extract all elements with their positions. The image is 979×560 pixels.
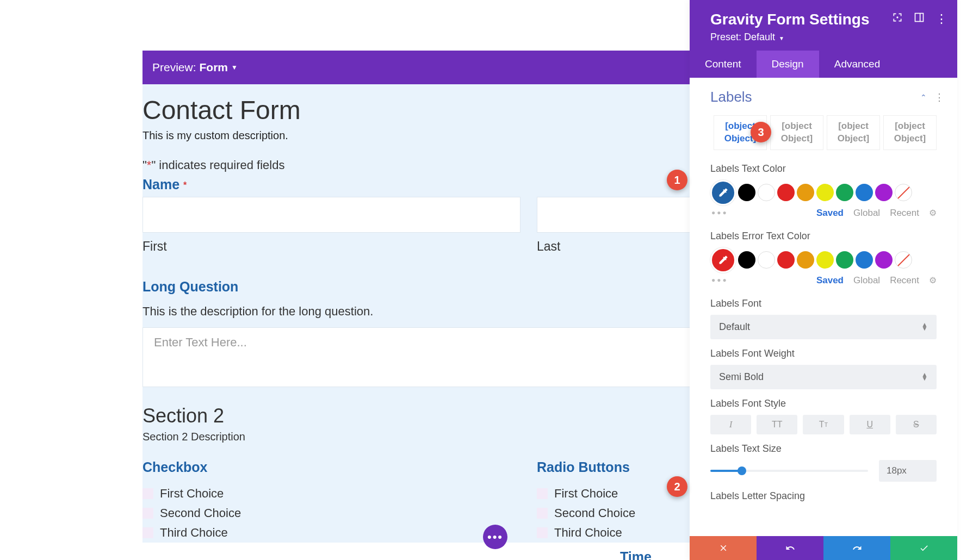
swatch-tab-saved[interactable]: Saved [816, 275, 844, 286]
floating-more-button[interactable]: ••• [483, 525, 507, 549]
gear-icon[interactable]: ⚙ [929, 275, 937, 285]
caret-down-icon: ▼ [779, 35, 784, 41]
svg-rect-1 [915, 14, 924, 22]
time-label: Time [620, 549, 652, 560]
panel-tabs: Content Design Advanced [690, 51, 957, 78]
cancel-button[interactable] [690, 536, 757, 560]
swatch-green[interactable] [836, 184, 853, 201]
style-smallcaps[interactable]: TT [803, 415, 844, 434]
swatch-tab-recent[interactable]: Recent [890, 275, 919, 286]
color-picker-main-error[interactable] [710, 247, 736, 273]
labels-font-select[interactable]: Default ▲▼ [710, 315, 937, 339]
checkbox-icon [142, 488, 153, 499]
swatch-none[interactable] [895, 184, 912, 201]
callout-3: 3 [751, 122, 771, 142]
style-italic[interactable]: I [710, 415, 751, 434]
swatch-blue[interactable] [856, 184, 873, 201]
swatch-green[interactable] [836, 251, 853, 269]
first-name-input[interactable] [142, 197, 521, 233]
swatch-tab-saved[interactable]: Saved [816, 208, 844, 219]
tab-design[interactable]: Design [757, 51, 819, 78]
chevron-up-icon[interactable]: ⌃ [920, 93, 927, 102]
checkbox-item[interactable]: Second Choice [142, 503, 521, 523]
swatch-black[interactable] [738, 251, 755, 269]
more-swatches-icon[interactable]: ●●● [711, 209, 728, 216]
swatch-purple[interactable] [875, 251, 893, 269]
swatch-yellow[interactable] [816, 251, 834, 269]
dots-vertical-icon[interactable]: ⋮ [934, 91, 944, 103]
style-uppercase[interactable]: TT [757, 415, 797, 434]
swatch-orange[interactable] [797, 184, 814, 201]
swatch-yellow[interactable] [816, 184, 834, 201]
labels-style-label: Labels Font Style [710, 398, 937, 415]
obj-tab-2[interactable]: [object Object] [770, 115, 823, 150]
style-strike[interactable]: S [896, 415, 937, 434]
checkbox-icon [142, 508, 153, 519]
labels-weight-select[interactable]: Semi Bold ▲▼ [710, 365, 937, 389]
radio-icon [537, 527, 548, 538]
select-arrows-icon: ▲▼ [921, 323, 928, 331]
style-underline[interactable]: U [850, 415, 890, 434]
callout-2: 2 [667, 476, 687, 497]
eyedropper-icon [718, 254, 729, 265]
labels-error-color-label: Labels Error Text Color [710, 231, 937, 247]
tab-content[interactable]: Content [690, 51, 757, 78]
layout-icon[interactable] [914, 12, 925, 23]
labels-size-label: Labels Text Size [710, 443, 937, 460]
focus-icon[interactable] [892, 12, 903, 23]
swatch-purple[interactable] [875, 184, 893, 201]
checkbox-item[interactable]: Third Choice [142, 523, 521, 543]
swatch-tab-global[interactable]: Global [853, 208, 880, 219]
labels-weight-label: Labels Font Weight [710, 348, 937, 365]
preview-type: Form [200, 61, 228, 74]
swatch-tab-global[interactable]: Global [853, 275, 880, 286]
preview-label: Preview: [152, 61, 196, 74]
callout-1: 1 [667, 170, 687, 190]
swatch-blue[interactable] [856, 251, 873, 269]
obj-tab-4[interactable]: [object Object] [883, 115, 937, 150]
obj-tab-3[interactable]: [object Object] [827, 115, 880, 150]
swatch-orange[interactable] [797, 251, 814, 269]
checkbox-item[interactable]: First Choice [142, 484, 521, 503]
labels-spacing-label: Labels Letter Spacing [710, 490, 937, 507]
checkbox-label: Checkbox [142, 459, 521, 480]
tab-advanced[interactable]: Advanced [819, 51, 896, 78]
swatch-tab-recent[interactable]: Recent [890, 208, 919, 219]
gear-icon[interactable]: ⚙ [929, 208, 937, 218]
size-slider[interactable] [710, 470, 868, 472]
save-button[interactable] [890, 536, 957, 560]
swatch-white[interactable] [758, 251, 775, 269]
radio-icon [537, 488, 548, 499]
settings-panel: Gravity Form Settings Preset: Default ▼ … [690, 0, 957, 560]
section-labels-title[interactable]: Labels [710, 89, 752, 105]
eyedropper-icon [718, 187, 729, 198]
swatch-red[interactable] [777, 184, 795, 201]
svg-point-0 [896, 16, 898, 18]
dots-vertical-icon[interactable]: ⋮ [935, 12, 946, 23]
swatch-red[interactable] [777, 251, 795, 269]
swatch-black[interactable] [738, 184, 755, 201]
caret-down-icon: ▼ [231, 64, 238, 71]
swatch-none[interactable] [895, 251, 912, 269]
more-swatches-icon[interactable]: ●●● [711, 276, 728, 284]
select-arrows-icon: ▲▼ [921, 373, 928, 381]
panel-footer [690, 536, 957, 560]
swatch-white[interactable] [758, 184, 775, 201]
checkbox-icon [142, 527, 153, 538]
first-name-sublabel: First [142, 233, 521, 254]
radio-icon [537, 508, 548, 519]
undo-button[interactable] [757, 536, 823, 560]
color-picker-main[interactable] [710, 180, 736, 206]
preset-dropdown[interactable]: Preset: Default ▼ [710, 32, 944, 43]
labels-font-label: Labels Font [710, 298, 937, 315]
labels-text-color-label: Labels Text Color [710, 163, 937, 180]
redo-button[interactable] [823, 536, 890, 560]
size-value[interactable]: 18px [879, 460, 937, 482]
